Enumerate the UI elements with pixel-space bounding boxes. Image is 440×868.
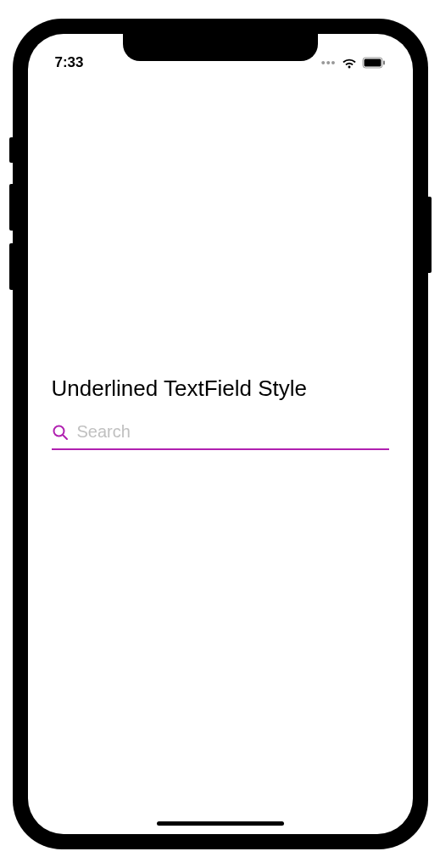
home-indicator[interactable]: [157, 821, 284, 826]
battery-icon: [362, 57, 386, 69]
svg-line-4: [63, 435, 67, 439]
search-input[interactable]: [77, 422, 389, 442]
svg-point-3: [53, 426, 64, 436]
side-button-volume-up: [9, 184, 13, 231]
search-icon: [52, 424, 69, 441]
main-content: Underlined TextField Style: [28, 76, 413, 792]
page-title: Underlined TextField Style: [52, 376, 389, 402]
side-button-power: [428, 197, 432, 273]
status-indicators: •••: [321, 56, 386, 70]
side-button-mute: [9, 137, 13, 163]
side-button-volume-down: [9, 243, 13, 290]
wifi-icon: [342, 57, 357, 69]
cellular-dots-icon: •••: [321, 56, 337, 70]
phone-frame: 7:33 •••: [13, 19, 428, 849]
status-time: 7:33: [55, 54, 84, 71]
phone-notch: [123, 34, 318, 61]
svg-rect-1: [364, 59, 381, 67]
search-field[interactable]: [52, 422, 389, 450]
phone-screen: 7:33 •••: [28, 34, 413, 834]
svg-rect-2: [383, 61, 385, 65]
content-inner: Underlined TextField Style: [52, 376, 389, 450]
